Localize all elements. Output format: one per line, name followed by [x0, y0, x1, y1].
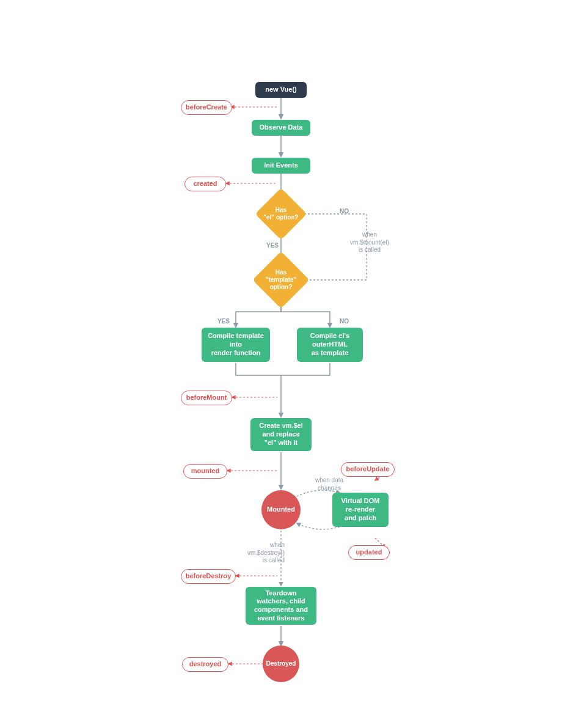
hook-label: beforeDestroy: [186, 572, 232, 581]
decision-has-el: Has "el" option?: [263, 196, 299, 232]
node-label: Has "template" option?: [266, 269, 297, 291]
label-no-2: NO: [340, 318, 349, 325]
hook-before-create: beforeCreate: [181, 100, 232, 115]
node-label: Teardown watchers, child components and …: [254, 589, 308, 623]
node-create-vm-el: Create vm.$el and replace "el" with it: [250, 418, 312, 451]
hook-before-update: beforeUpdate: [341, 462, 395, 477]
hook-label: mounted: [191, 467, 219, 476]
node-label: Observe Data: [260, 123, 303, 132]
label-yes-1: YES: [266, 242, 279, 249]
node-label: Has "el" option?: [263, 207, 298, 221]
hook-label: beforeUpdate: [346, 465, 390, 474]
hook-label: created: [193, 180, 217, 188]
node-virtual-dom: Virtual DOM re-render and patch: [332, 493, 389, 527]
node-label: new Vue(): [265, 86, 297, 94]
decision-has-template: Has "template" option?: [261, 260, 301, 300]
state-destroyed: Destroyed: [263, 645, 299, 682]
node-teardown: Teardown watchers, child components and …: [246, 587, 316, 625]
hook-before-destroy: beforeDestroy: [181, 569, 236, 584]
node-observe-data: Observe Data: [252, 120, 310, 136]
hook-before-mount: beforeMount: [181, 391, 232, 405]
hook-label: beforeMount: [186, 394, 227, 402]
node-compile-template: Compile template into render function: [202, 328, 270, 362]
hook-created: created: [184, 177, 226, 191]
hook-mounted: mounted: [183, 464, 227, 479]
node-label: Compile template into render function: [208, 332, 264, 357]
hook-updated: updated: [348, 545, 390, 560]
node-label: Init Events: [264, 161, 298, 170]
note-when-data: when data changes: [308, 477, 351, 492]
node-label: Virtual DOM re-render and patch: [341, 497, 380, 522]
node-label: Mounted: [267, 506, 295, 514]
node-init-events: Init Events: [252, 158, 310, 174]
hook-label: updated: [356, 548, 382, 557]
vue-lifecycle-diagram: new Vue() Observe Data Init Events Has "…: [0, 0, 562, 728]
node-label: Destroyed: [266, 660, 296, 668]
label-no-1: NO: [340, 208, 349, 215]
node-compile-el: Compile el's outerHTML as template: [297, 328, 363, 362]
state-mounted: Mounted: [261, 490, 301, 529]
node-label: Create vm.$el and replace "el" with it: [259, 422, 303, 447]
node-new-vue: new Vue(): [255, 82, 307, 98]
note-when-destroy: when vm.$destroy() is called: [237, 542, 285, 565]
hook-destroyed: destroyed: [182, 657, 228, 672]
hook-label: beforeCreate: [186, 103, 227, 112]
node-label: Compile el's outerHTML as template: [310, 332, 349, 357]
hook-label: destroyed: [189, 660, 222, 669]
note-when-mount: when vm.$mount(el) is called: [345, 231, 394, 254]
label-yes-2: YES: [217, 318, 230, 325]
